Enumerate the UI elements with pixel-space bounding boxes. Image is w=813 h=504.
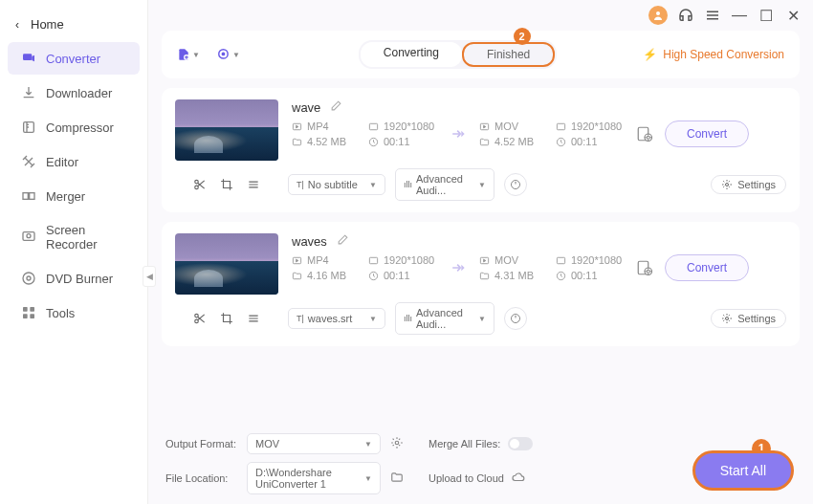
- svg-rect-4: [23, 232, 34, 241]
- subtitle-dropdown[interactable]: T|No subtitle ▼: [288, 174, 385, 195]
- compressor-icon: [21, 120, 36, 135]
- nav-label: Downloader: [46, 86, 112, 100]
- file-location-value: D:\Wondershare UniConverter 1: [255, 467, 364, 490]
- nav-label: DVD Burner: [46, 272, 113, 286]
- svg-point-28: [726, 184, 729, 186]
- start-all-button[interactable]: Start All: [692, 450, 794, 491]
- nav-label: Screen Recorder: [46, 223, 126, 252]
- svg-rect-10: [23, 314, 28, 318]
- maximize-button[interactable]: ☐: [758, 7, 775, 24]
- item-settings-button[interactable]: Settings: [711, 309, 786, 328]
- nav-label: Compressor: [46, 121, 114, 135]
- video-thumbnail[interactable]: [175, 233, 278, 295]
- output-format-dropdown[interactable]: MOV ▼: [247, 433, 381, 454]
- info-icon[interactable]: [504, 173, 527, 196]
- arrow-right-icon: [445, 124, 472, 143]
- menu-icon[interactable]: [704, 7, 721, 24]
- output-settings-icon[interactable]: [390, 436, 404, 451]
- start-all-wrap: 1 Start All: [692, 450, 794, 491]
- output-settings-icon[interactable]: [632, 125, 657, 142]
- more-icon[interactable]: [247, 312, 260, 325]
- nav-label: Editor: [46, 155, 78, 169]
- info-icon[interactable]: [504, 307, 527, 330]
- close-button[interactable]: ✕: [784, 7, 802, 24]
- svg-point-41: [726, 318, 729, 320]
- file-card: wave MP4 4.52 MB 1920*1080 00:11 MOV: [162, 88, 800, 212]
- back-icon: ‹: [15, 18, 19, 32]
- callout-badge-2: 2: [514, 28, 531, 45]
- crop-icon[interactable]: [220, 312, 233, 325]
- svg-point-15: [222, 53, 224, 55]
- support-icon[interactable]: [677, 7, 694, 24]
- svg-rect-33: [557, 257, 564, 263]
- sidebar-item-tools[interactable]: Tools: [8, 296, 140, 329]
- nav-label: Merger: [46, 189, 85, 204]
- svg-rect-17: [369, 123, 377, 129]
- output-settings-icon[interactable]: [632, 259, 657, 276]
- chevron-down-icon: ▼: [364, 440, 372, 449]
- edit-icon[interactable]: [337, 233, 349, 249]
- svg-point-12: [656, 11, 660, 15]
- sidebar: ‹ Home Converter Downloader Compressor E…: [0, 0, 148, 504]
- trim-icon[interactable]: [193, 178, 207, 191]
- convert-button[interactable]: Convert: [665, 121, 749, 147]
- svg-rect-8: [23, 307, 28, 312]
- svg-point-42: [395, 441, 399, 445]
- sidebar-item-converter[interactable]: Converter: [8, 42, 140, 75]
- crop-icon[interactable]: [220, 178, 233, 191]
- tools-icon: [21, 305, 36, 320]
- sidebar-item-merger[interactable]: Merger: [8, 180, 140, 212]
- subtitle-dropdown[interactable]: T|waves.srt ▼: [288, 308, 385, 329]
- edit-icon[interactable]: [330, 99, 342, 115]
- audio-dropdown[interactable]: ıllıAdvanced Audi... ▼: [395, 302, 494, 335]
- sidebar-item-compressor[interactable]: Compressor: [8, 111, 140, 143]
- folder-open-icon[interactable]: [390, 471, 404, 486]
- trim-icon[interactable]: [193, 312, 207, 325]
- upload-cloud-label: Upload to Cloud: [428, 472, 504, 484]
- file-name: wave: [292, 100, 320, 115]
- item-settings-button[interactable]: Settings: [711, 175, 786, 194]
- file-name: waves: [292, 234, 327, 249]
- sidebar-item-dvd-burner[interactable]: DVD Burner: [8, 262, 140, 295]
- chevron-down-icon: ▼: [232, 51, 240, 59]
- svg-rect-11: [30, 314, 34, 318]
- sidebar-item-screen-recorder[interactable]: Screen Recorder: [8, 214, 140, 260]
- downloader-icon: [21, 85, 36, 100]
- sidebar-collapse-button[interactable]: ◀: [143, 266, 156, 287]
- tab-finished[interactable]: Finished: [462, 42, 555, 67]
- tab-converting[interactable]: Converting: [361, 42, 462, 67]
- audio-dropdown[interactable]: ıllıAdvanced Audi... ▼: [395, 168, 494, 201]
- svg-point-7: [27, 276, 31, 280]
- converter-icon: [21, 51, 36, 66]
- sidebar-item-editor[interactable]: Editor: [8, 145, 140, 178]
- file-list: wave MP4 4.52 MB 1920*1080 00:11 MOV: [162, 88, 800, 426]
- high-speed-conversion[interactable]: ⚡ High Speed Conversion: [643, 48, 784, 61]
- svg-point-27: [512, 181, 520, 189]
- more-icon[interactable]: [247, 178, 260, 191]
- chevron-down-icon: ▼: [369, 181, 377, 189]
- merge-toggle[interactable]: [508, 437, 533, 450]
- merge-label: Merge All Files:: [428, 438, 500, 449]
- add-dvd-button[interactable]: ▼: [217, 43, 240, 66]
- chevron-down-icon: ▼: [478, 315, 486, 323]
- cloud-icon[interactable]: [512, 471, 525, 486]
- editor-icon: [21, 154, 36, 169]
- output-format-label: Output Format:: [165, 438, 237, 449]
- bolt-icon: ⚡: [643, 48, 657, 61]
- sidebar-item-downloader[interactable]: Downloader: [8, 77, 140, 109]
- svg-rect-30: [369, 257, 377, 263]
- minimize-button[interactable]: —: [731, 7, 748, 24]
- add-group: ▼ ▼: [177, 43, 244, 66]
- nav-label: Converter: [46, 52, 100, 66]
- file-location-label: File Location:: [165, 472, 237, 484]
- add-file-button[interactable]: ▼: [177, 43, 200, 66]
- main: — ☐ ✕ ▼ ▼ 2 Converting Finished ⚡: [148, 0, 813, 504]
- titlebar: — ☐ ✕: [148, 0, 813, 31]
- home-nav[interactable]: ‹ Home: [0, 8, 147, 41]
- toolbar: ▼ ▼ 2 Converting Finished ⚡ High Speed C…: [162, 31, 800, 78]
- avatar[interactable]: [648, 6, 668, 25]
- dvd-burner-icon: [21, 271, 36, 286]
- video-thumbnail[interactable]: [175, 99, 278, 161]
- convert-button[interactable]: Convert: [665, 254, 749, 281]
- file-location-dropdown[interactable]: D:\Wondershare UniConverter 1 ▼: [247, 462, 381, 494]
